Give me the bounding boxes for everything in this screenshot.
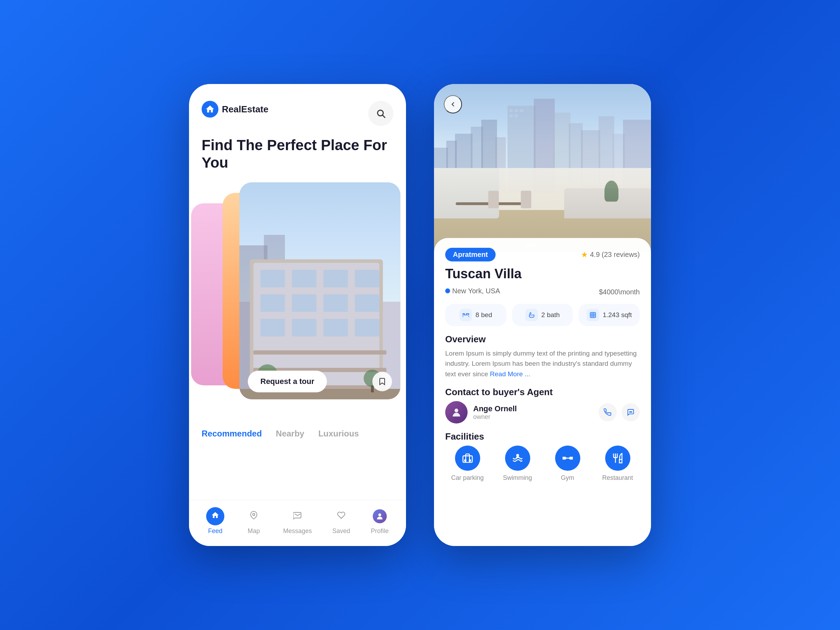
card-front: Request a tour bbox=[239, 182, 400, 399]
rating-area: ★ 4.9 (23 reviews) bbox=[581, 250, 640, 259]
agent-actions bbox=[598, 403, 640, 422]
price-value: $4000 bbox=[599, 288, 619, 296]
svg-rect-8 bbox=[324, 270, 348, 287]
tour-button[interactable]: Request a tour bbox=[248, 371, 327, 392]
bed-text: 8 bed bbox=[476, 311, 493, 319]
bed-icon bbox=[459, 309, 472, 321]
feature-bath: 2 bath bbox=[512, 304, 573, 326]
feature-bed: 8 bed bbox=[445, 304, 507, 326]
contact-title: Contact to buyer's Agent bbox=[445, 387, 640, 398]
restaurant-icon bbox=[605, 445, 630, 471]
nav-map-label: Map bbox=[248, 527, 260, 535]
messages-icon bbox=[293, 511, 302, 521]
svg-rect-6 bbox=[261, 270, 285, 287]
nav-profile-icon-wrap bbox=[371, 507, 389, 525]
phone1-header: RealEstate bbox=[189, 84, 406, 133]
bath-icon bbox=[525, 309, 538, 321]
bottom-nav: Feed Map bbox=[189, 500, 406, 546]
restaurant-label: Restaurant bbox=[602, 474, 633, 482]
nav-map-icon-wrap bbox=[245, 507, 263, 525]
car-parking-label: Car parking bbox=[451, 474, 484, 482]
svg-rect-17 bbox=[355, 319, 379, 336]
property-badge: Apratment bbox=[445, 248, 496, 261]
facility-swimming: Swimming bbox=[495, 445, 540, 482]
headline: Find The Perfect Place For You bbox=[202, 136, 393, 172]
svg-point-53 bbox=[455, 409, 458, 413]
agent-info: Ange Ornell owner bbox=[473, 404, 593, 421]
swimming-icon bbox=[505, 445, 530, 471]
agent-row: Ange Ornell owner bbox=[445, 401, 640, 423]
facility-gym: Gym bbox=[545, 445, 590, 482]
svg-rect-47 bbox=[515, 114, 518, 117]
map-icon bbox=[249, 511, 258, 521]
svg-point-55 bbox=[630, 412, 631, 412]
search-button[interactable] bbox=[368, 101, 393, 126]
svg-rect-14 bbox=[261, 319, 285, 336]
nav-feed[interactable]: Feed bbox=[206, 507, 224, 535]
svg-point-58 bbox=[464, 460, 466, 461]
detail-section: Apratment ★ 4.9 (23 reviews) Tuscan Vill… bbox=[434, 238, 651, 546]
svg-rect-13 bbox=[355, 294, 379, 312]
tab-luxurious[interactable]: Luxurious bbox=[318, 429, 359, 439]
cards-stack: Request a tour bbox=[202, 182, 393, 420]
back-button[interactable] bbox=[444, 95, 462, 114]
location-price-row: New York, USA $4000\month bbox=[445, 285, 640, 297]
property-image bbox=[434, 84, 651, 252]
location-info: New York, USA bbox=[445, 287, 500, 295]
read-more[interactable]: Read More ... bbox=[490, 370, 530, 377]
svg-point-56 bbox=[632, 412, 632, 412]
svg-rect-15 bbox=[292, 319, 316, 336]
nav-feed-label: Feed bbox=[208, 527, 222, 535]
property-name: Tuscan Villa bbox=[445, 266, 640, 281]
svg-rect-44 bbox=[515, 109, 518, 112]
tab-recommended[interactable]: Recommended bbox=[202, 429, 262, 439]
svg-rect-57 bbox=[463, 456, 472, 463]
svg-point-54 bbox=[629, 412, 630, 412]
svg-line-1 bbox=[382, 115, 385, 117]
home-icon bbox=[211, 511, 219, 521]
svg-rect-12 bbox=[324, 294, 348, 312]
nav-messages-icon-wrap bbox=[288, 507, 306, 525]
svg-rect-43 bbox=[509, 109, 513, 112]
tab-nearby[interactable]: Nearby bbox=[276, 429, 304, 439]
agent-section: Contact to buyer's Agent Ange Ornell own… bbox=[445, 387, 640, 423]
svg-rect-7 bbox=[292, 270, 316, 287]
car-parking-icon bbox=[455, 445, 480, 471]
facility-restaurant: Restaurant bbox=[595, 445, 640, 482]
nav-map[interactable]: Map bbox=[245, 507, 263, 535]
svg-rect-16 bbox=[324, 319, 348, 336]
svg-rect-9 bbox=[355, 270, 379, 287]
location-dot-icon bbox=[445, 288, 450, 293]
price-period: \month bbox=[619, 288, 640, 296]
nav-saved[interactable]: Saved bbox=[332, 507, 351, 535]
bath-text: 2 bath bbox=[542, 311, 560, 319]
nav-feed-icon-wrap bbox=[206, 507, 224, 525]
facility-car-parking: Car parking bbox=[445, 445, 489, 482]
facilities-grid: Car parking Swimming bbox=[445, 445, 640, 482]
call-button[interactable] bbox=[598, 403, 617, 422]
agent-role: owner bbox=[473, 413, 593, 421]
svg-point-26 bbox=[253, 513, 255, 516]
nav-messages-label: Messages bbox=[283, 527, 312, 535]
nav-messages[interactable]: Messages bbox=[283, 507, 312, 535]
nav-profile[interactable]: Profile bbox=[371, 507, 389, 535]
bookmark-button[interactable] bbox=[373, 372, 392, 391]
phone1-title: Find The Perfect Place For You bbox=[189, 133, 406, 182]
svg-rect-10 bbox=[261, 294, 285, 312]
svg-rect-18 bbox=[253, 351, 387, 355]
svg-point-59 bbox=[469, 460, 471, 461]
screens-container: RealEstate Find The Perfect Place For Yo… bbox=[189, 84, 651, 546]
profile-avatar bbox=[373, 509, 387, 523]
card-bottom-bar: Request a tour bbox=[239, 364, 400, 399]
price-text: $4000\month bbox=[599, 285, 640, 297]
overview-text: Lorem Ipsum is simply dummy text of the … bbox=[445, 348, 640, 379]
nav-profile-label: Profile bbox=[371, 527, 388, 535]
gym-label: Gym bbox=[561, 474, 574, 482]
svg-rect-11 bbox=[292, 294, 316, 312]
location-text: New York, USA bbox=[452, 287, 500, 295]
saved-icon bbox=[337, 511, 346, 521]
property-tabs: Recommended Nearby Luxurious bbox=[189, 420, 406, 444]
message-button[interactable] bbox=[622, 403, 640, 422]
logo-area: RealEstate bbox=[202, 101, 268, 118]
sqft-text: 1.243 sqft bbox=[603, 311, 632, 319]
